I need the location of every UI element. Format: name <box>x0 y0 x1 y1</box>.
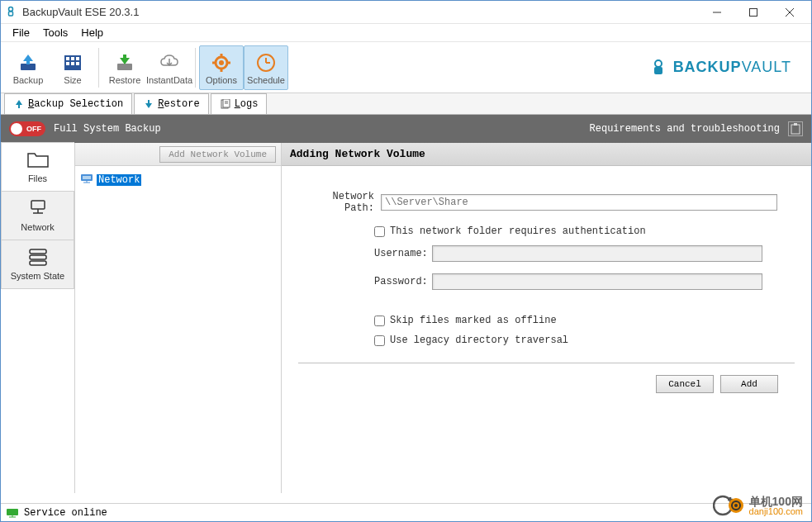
sidetab-files-label: Files <box>28 173 47 183</box>
svg-rect-42 <box>7 509 18 515</box>
tab-restore-label: Restore <box>158 98 199 110</box>
add-network-volume-button[interactable]: Add Network Volume <box>159 146 276 163</box>
minimize-button[interactable] <box>699 2 735 23</box>
sidetab-files[interactable]: Files <box>1 142 74 192</box>
requirements-link[interactable]: Requirements and troubleshooting <box>590 123 780 135</box>
size-icon <box>60 50 85 75</box>
brand-logo: BACKUPVAULT <box>648 58 806 78</box>
svg-rect-37 <box>30 261 46 265</box>
svg-point-50 <box>734 504 738 507</box>
svg-rect-25 <box>654 67 662 74</box>
svg-point-24 <box>655 60 662 67</box>
clock-icon <box>254 50 278 75</box>
svg-point-16 <box>219 60 224 65</box>
svg-rect-32 <box>31 201 45 209</box>
svg-rect-10 <box>76 57 79 60</box>
menu-file[interactable]: File <box>6 25 36 40</box>
cancel-button[interactable]: Cancel <box>656 375 714 393</box>
close-button[interactable] <box>772 2 808 23</box>
restore-icon <box>112 50 137 75</box>
toolbar-instant-label: InstantData <box>146 75 192 85</box>
auth-required-label: This network folder requires authenticat… <box>390 225 646 237</box>
svg-rect-31 <box>794 123 797 126</box>
network-path-input[interactable] <box>381 194 777 211</box>
sidetab-network[interactable]: Network <box>1 191 74 240</box>
toolbar-restore-button[interactable]: Restore <box>102 45 147 90</box>
sidetab-system-state[interactable]: System State <box>1 240 74 289</box>
toolbar-instantdata-button[interactable]: InstantData <box>147 45 192 90</box>
window-title: BackupVault ESE 20.3.1 <box>22 6 699 18</box>
skip-offline-checkbox[interactable] <box>374 316 385 326</box>
watermark-url: danji100.com <box>749 507 803 516</box>
legacy-traversal-checkbox[interactable] <box>374 335 385 346</box>
folder-icon <box>26 150 50 170</box>
toggle-off-label: OFF <box>26 125 41 133</box>
tab-restore[interactable]: Restore <box>134 93 208 114</box>
arrow-down-icon <box>143 98 154 110</box>
tab-backup-selection[interactable]: Backup Selection <box>4 93 132 114</box>
server-icon <box>26 248 50 268</box>
legacy-traversal-label: Use legacy directory traversal <box>390 335 568 346</box>
toolbar-backup-label: Backup <box>13 75 44 85</box>
svg-rect-11 <box>66 62 69 65</box>
sidetab-network-label: Network <box>21 222 54 232</box>
toolbar-options-button[interactable]: Options <box>199 45 244 90</box>
svg-rect-39 <box>83 176 91 179</box>
menu-help[interactable]: Help <box>74 25 110 40</box>
svg-rect-9 <box>71 57 74 60</box>
backup-icon <box>16 50 40 75</box>
network-small-icon <box>80 173 93 186</box>
username-input[interactable] <box>432 245 762 262</box>
toolbar-size-button[interactable]: Size <box>50 45 95 90</box>
tab-logs-label: Logs <box>235 98 259 110</box>
tab-backup-label: Backup Selection <box>28 98 123 110</box>
cloud-icon <box>157 50 182 75</box>
svg-rect-3 <box>750 8 757 16</box>
svg-rect-6 <box>21 64 36 70</box>
full-backup-toggle[interactable]: OFF <box>9 121 45 136</box>
sidetab-system-state-label: System State <box>11 271 64 281</box>
svg-rect-30 <box>791 125 800 134</box>
svg-rect-35 <box>30 249 46 254</box>
toolbar-schedule-button[interactable]: Schedule <box>244 45 288 90</box>
full-backup-label: Full System Backup <box>54 123 161 135</box>
skip-offline-label: Skip files marked as offline <box>390 315 557 326</box>
username-label: Username: <box>374 248 432 259</box>
toolbar-backup-button[interactable]: Backup <box>6 45 50 90</box>
password-input[interactable] <box>432 273 762 290</box>
arrow-up-icon <box>13 98 25 110</box>
menu-tools[interactable]: Tools <box>36 25 74 40</box>
tree-item-network[interactable]: Network <box>78 173 278 187</box>
tab-logs[interactable]: Logs <box>211 93 268 114</box>
network-icon <box>26 199 50 219</box>
form-title: Adding Network Volume <box>282 143 811 166</box>
gear-icon <box>209 50 234 75</box>
svg-rect-14 <box>117 64 132 70</box>
status-text: Service online <box>24 507 107 519</box>
toolbar-restore-label: Restore <box>109 75 141 85</box>
toolbar-options-label: Options <box>206 75 237 85</box>
watermark: 单机100网 danji100.com <box>713 493 803 518</box>
svg-rect-36 <box>30 255 46 259</box>
password-label: Password: <box>374 276 432 287</box>
app-logo-icon <box>4 6 17 19</box>
tree-item-network-label: Network <box>97 174 141 186</box>
logs-icon <box>220 98 231 110</box>
status-online-icon <box>6 508 19 518</box>
watermark-title: 单机100网 <box>749 496 803 507</box>
auth-required-checkbox[interactable] <box>374 226 385 237</box>
maximize-button[interactable] <box>735 2 772 23</box>
svg-rect-8 <box>66 57 69 60</box>
toolbar-size-label: Size <box>64 75 81 85</box>
network-path-label: Network Path: <box>298 191 381 214</box>
svg-rect-13 <box>76 62 79 65</box>
clipboard-icon[interactable] <box>788 121 803 136</box>
add-button[interactable]: Add <box>720 375 778 393</box>
svg-rect-1 <box>9 12 13 16</box>
svg-point-0 <box>9 7 13 11</box>
toolbar-schedule-label: Schedule <box>247 75 285 85</box>
svg-rect-12 <box>71 62 74 65</box>
